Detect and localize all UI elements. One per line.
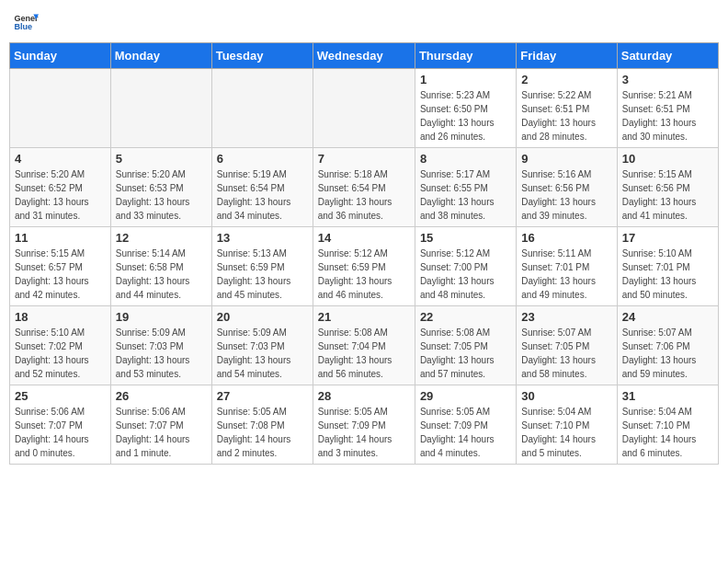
day-info: Sunrise: 5:07 AM Sunset: 7:05 PM Dayligh…	[521, 326, 611, 381]
day-number: 24	[622, 310, 713, 324]
day-number: 23	[521, 310, 611, 324]
day-number: 30	[521, 389, 611, 403]
day-info: Sunrise: 5:15 AM Sunset: 6:57 PM Dayligh…	[15, 247, 106, 302]
calendar-cell: 20Sunrise: 5:09 AM Sunset: 7:03 PM Dayli…	[211, 306, 313, 385]
calendar-week-row: 25Sunrise: 5:06 AM Sunset: 7:07 PM Dayli…	[10, 385, 719, 465]
day-number: 13	[217, 231, 308, 245]
calendar-cell: 16Sunrise: 5:11 AM Sunset: 7:01 PM Dayli…	[517, 227, 617, 306]
calendar-cell: 21Sunrise: 5:08 AM Sunset: 7:04 PM Dayli…	[313, 306, 415, 385]
day-number: 11	[15, 231, 106, 245]
day-number: 17	[622, 231, 713, 245]
calendar-cell: 19Sunrise: 5:09 AM Sunset: 7:03 PM Dayli…	[110, 306, 211, 385]
day-number: 8	[420, 152, 511, 166]
day-info: Sunrise: 5:15 AM Sunset: 6:56 PM Dayligh…	[622, 167, 713, 223]
day-number: 25	[15, 389, 106, 403]
day-number: 14	[318, 231, 410, 245]
day-info: Sunrise: 5:05 AM Sunset: 7:09 PM Dayligh…	[420, 405, 511, 460]
day-info: Sunrise: 5:20 AM Sunset: 6:53 PM Dayligh…	[116, 167, 207, 223]
col-header-saturday: Saturday	[617, 43, 718, 69]
day-info: Sunrise: 5:04 AM Sunset: 7:10 PM Dayligh…	[622, 405, 713, 460]
calendar-cell: 15Sunrise: 5:12 AM Sunset: 7:00 PM Dayli…	[415, 227, 516, 306]
calendar-cell: 9Sunrise: 5:16 AM Sunset: 6:56 PM Daylig…	[517, 148, 617, 227]
calendar-cell	[211, 69, 313, 148]
day-number: 10	[622, 152, 713, 166]
day-info: Sunrise: 5:10 AM Sunset: 7:01 PM Dayligh…	[622, 247, 713, 302]
calendar-cell: 6Sunrise: 5:19 AM Sunset: 6:54 PM Daylig…	[211, 148, 313, 227]
calendar-cell: 29Sunrise: 5:05 AM Sunset: 7:09 PM Dayli…	[415, 385, 516, 465]
day-number: 4	[15, 152, 106, 166]
day-info: Sunrise: 5:21 AM Sunset: 6:51 PM Dayligh…	[622, 88, 713, 144]
calendar-cell: 8Sunrise: 5:17 AM Sunset: 6:55 PM Daylig…	[415, 148, 516, 227]
day-number: 29	[420, 389, 511, 403]
calendar-cell: 26Sunrise: 5:06 AM Sunset: 7:07 PM Dayli…	[110, 385, 211, 465]
calendar-header-row: SundayMondayTuesdayWednesdayThursdayFrid…	[10, 43, 719, 69]
calendar-cell	[110, 69, 211, 148]
calendar-cell: 18Sunrise: 5:10 AM Sunset: 7:02 PM Dayli…	[10, 306, 111, 385]
day-number: 3	[622, 73, 713, 86]
calendar-cell: 7Sunrise: 5:18 AM Sunset: 6:54 PM Daylig…	[313, 148, 415, 227]
day-info: Sunrise: 5:11 AM Sunset: 7:01 PM Dayligh…	[521, 247, 611, 302]
calendar-cell: 27Sunrise: 5:05 AM Sunset: 7:08 PM Dayli…	[211, 385, 313, 465]
calendar-cell: 17Sunrise: 5:10 AM Sunset: 7:01 PM Dayli…	[617, 227, 718, 306]
calendar-cell: 11Sunrise: 5:15 AM Sunset: 6:57 PM Dayli…	[10, 227, 111, 306]
calendar-cell: 23Sunrise: 5:07 AM Sunset: 7:05 PM Dayli…	[517, 306, 617, 385]
day-info: Sunrise: 5:17 AM Sunset: 6:55 PM Dayligh…	[420, 167, 511, 223]
day-number: 16	[521, 231, 611, 245]
day-number: 5	[116, 152, 207, 166]
calendar-cell: 25Sunrise: 5:06 AM Sunset: 7:07 PM Dayli…	[10, 385, 111, 465]
day-info: Sunrise: 5:08 AM Sunset: 7:04 PM Dayligh…	[318, 326, 410, 381]
calendar-cell: 10Sunrise: 5:15 AM Sunset: 6:56 PM Dayli…	[617, 148, 718, 227]
day-info: Sunrise: 5:12 AM Sunset: 6:59 PM Dayligh…	[318, 247, 410, 302]
day-number: 7	[318, 152, 410, 166]
day-info: Sunrise: 5:14 AM Sunset: 6:58 PM Dayligh…	[116, 247, 207, 302]
day-number: 1	[420, 73, 511, 86]
day-info: Sunrise: 5:12 AM Sunset: 7:00 PM Dayligh…	[420, 247, 511, 302]
day-info: Sunrise: 5:09 AM Sunset: 7:03 PM Dayligh…	[217, 326, 308, 381]
calendar-cell: 28Sunrise: 5:05 AM Sunset: 7:09 PM Dayli…	[313, 385, 415, 465]
day-number: 2	[521, 73, 611, 86]
day-info: Sunrise: 5:07 AM Sunset: 7:06 PM Dayligh…	[622, 326, 713, 381]
day-number: 22	[420, 310, 511, 324]
calendar-week-row: 1Sunrise: 5:23 AM Sunset: 6:50 PM Daylig…	[10, 69, 719, 148]
day-number: 21	[318, 310, 410, 324]
day-number: 9	[521, 152, 611, 166]
day-number: 26	[116, 389, 207, 403]
calendar-week-row: 4Sunrise: 5:20 AM Sunset: 6:52 PM Daylig…	[10, 148, 719, 227]
calendar-cell: 2Sunrise: 5:22 AM Sunset: 6:51 PM Daylig…	[517, 69, 617, 148]
calendar-week-row: 18Sunrise: 5:10 AM Sunset: 7:02 PM Dayli…	[10, 306, 719, 385]
calendar-cell: 3Sunrise: 5:21 AM Sunset: 6:51 PM Daylig…	[617, 69, 718, 148]
day-number: 6	[217, 152, 308, 166]
svg-text:Blue: Blue	[14, 22, 32, 31]
day-info: Sunrise: 5:05 AM Sunset: 7:09 PM Dayligh…	[318, 405, 410, 460]
day-info: Sunrise: 5:18 AM Sunset: 6:54 PM Dayligh…	[318, 167, 410, 223]
day-number: 19	[116, 310, 207, 324]
day-info: Sunrise: 5:22 AM Sunset: 6:51 PM Dayligh…	[521, 88, 611, 144]
day-number: 31	[622, 389, 713, 403]
calendar-cell: 22Sunrise: 5:08 AM Sunset: 7:05 PM Dayli…	[415, 306, 516, 385]
calendar-cell: 4Sunrise: 5:20 AM Sunset: 6:52 PM Daylig…	[10, 148, 111, 227]
page-header: General Blue	[9, 9, 719, 35]
day-info: Sunrise: 5:16 AM Sunset: 6:56 PM Dayligh…	[521, 167, 611, 223]
calendar-cell: 12Sunrise: 5:14 AM Sunset: 6:58 PM Dayli…	[110, 227, 211, 306]
calendar-cell: 24Sunrise: 5:07 AM Sunset: 7:06 PM Dayli…	[617, 306, 718, 385]
day-info: Sunrise: 5:09 AM Sunset: 7:03 PM Dayligh…	[116, 326, 207, 381]
day-number: 15	[420, 231, 511, 245]
day-number: 12	[116, 231, 207, 245]
day-info: Sunrise: 5:05 AM Sunset: 7:08 PM Dayligh…	[217, 405, 308, 460]
calendar-cell: 13Sunrise: 5:13 AM Sunset: 6:59 PM Dayli…	[211, 227, 313, 306]
day-number: 18	[15, 310, 106, 324]
day-info: Sunrise: 5:04 AM Sunset: 7:10 PM Dayligh…	[521, 405, 611, 460]
col-header-tuesday: Tuesday	[211, 43, 313, 69]
calendar-cell: 5Sunrise: 5:20 AM Sunset: 6:53 PM Daylig…	[110, 148, 211, 227]
calendar-cell	[10, 69, 111, 148]
day-number: 20	[217, 310, 308, 324]
day-info: Sunrise: 5:06 AM Sunset: 7:07 PM Dayligh…	[15, 405, 106, 460]
day-info: Sunrise: 5:13 AM Sunset: 6:59 PM Dayligh…	[217, 247, 308, 302]
calendar-cell: 1Sunrise: 5:23 AM Sunset: 6:50 PM Daylig…	[415, 69, 516, 148]
day-number: 27	[217, 389, 308, 403]
col-header-wednesday: Wednesday	[313, 43, 415, 69]
col-header-friday: Friday	[517, 43, 617, 69]
calendar-table: SundayMondayTuesdayWednesdayThursdayFrid…	[9, 42, 719, 465]
day-info: Sunrise: 5:08 AM Sunset: 7:05 PM Dayligh…	[420, 326, 511, 381]
calendar-cell	[313, 69, 415, 148]
